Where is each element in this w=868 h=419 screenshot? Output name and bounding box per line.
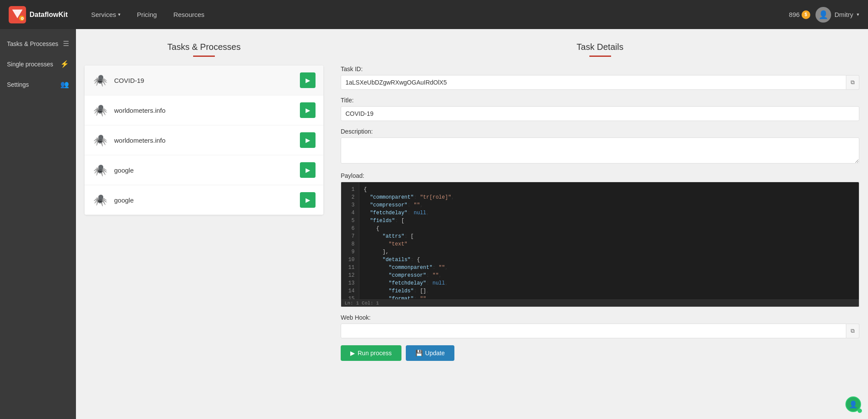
description-textarea[interactable] (341, 137, 859, 164)
details-panel-title: Task Details (341, 42, 859, 52)
chevron-down-icon: ▾ (857, 12, 859, 17)
task-item-worldometers1[interactable]: 🕷️ worldometers.info ▶ (85, 95, 323, 125)
sidebar-item-tasks[interactable]: Tasks & Processes ☰ (0, 33, 76, 54)
main-content: Tasks & Processes 🕷️ COVID-19 ▶ 🕷️ world… (76, 29, 868, 419)
details-panel-underline (589, 56, 611, 57)
user-menu[interactable]: 👤 Dmitry ▾ (815, 7, 859, 23)
task-name: worldometers.info (114, 137, 300, 144)
run-task-worldometers2-button[interactable]: ▶ (300, 132, 316, 148)
sidebar-tasks-label: Tasks & Processes (7, 40, 58, 47)
nav-services[interactable]: Services ▾ (85, 7, 127, 22)
code-content: 12345 678910 1112131415 1617181920 2122 … (341, 182, 859, 299)
spider-icon: 🕷️ (92, 72, 108, 88)
logo-text: DataflowKit (30, 11, 68, 19)
task-name: worldometers.info (114, 107, 300, 114)
task-item-google2[interactable]: 🕷️ google ▶ (85, 185, 323, 215)
run-task-google1-button[interactable]: ▶ (300, 162, 316, 178)
sidebar-settings-label: Settings (7, 81, 29, 88)
task-name: google (114, 196, 300, 204)
chevron-down-icon: ▾ (118, 12, 121, 17)
task-item-google1[interactable]: 🕷️ google ▶ (85, 155, 323, 185)
task-id-group: Task ID: ⧉ (341, 65, 859, 90)
sidebar-single-label: Single processes (7, 61, 53, 68)
credits-display: 896 $ (789, 10, 810, 19)
tasks-panel-underline (193, 56, 215, 57)
spider-icon: 🕷️ (92, 132, 108, 148)
avatar: 👤 (815, 7, 831, 23)
nav-right: 896 $ 👤 Dmitry ▾ (789, 7, 859, 23)
payload-editor[interactable]: 12345 678910 1112131415 1617181920 2122 … (341, 182, 859, 307)
webhook-row: ⧉ (341, 324, 859, 338)
sidebar-item-single-processes[interactable]: Single processes ⚡ (0, 54, 76, 74)
task-item-worldometers2[interactable]: 🕷️ worldometers.info ▶ (85, 125, 323, 155)
logo-icon: ⚙ (9, 6, 26, 23)
copy-webhook-button[interactable]: ⧉ (846, 324, 859, 338)
payload-group: Payload: 12345 678910 1112131415 1617181… (341, 172, 859, 307)
task-id-row: ⧉ (341, 75, 859, 90)
action-buttons: ▶ Run process 💾 Update (341, 345, 859, 361)
line-numbers: 12345 678910 1112131415 1617181920 2122 (341, 182, 359, 299)
task-id-label: Task ID: (341, 65, 859, 72)
update-button[interactable]: 💾 Update (406, 345, 454, 361)
webhook-label: Web Hook: (341, 314, 859, 321)
play-icon: ▶ (350, 350, 355, 357)
run-task-google2-button[interactable]: ▶ (300, 192, 316, 208)
webhook-group: Web Hook: ⧉ (341, 314, 859, 338)
nav-resources[interactable]: Resources (167, 7, 210, 22)
code-text[interactable]: { "commonparent": "tr[role]", "compresso… (359, 182, 859, 299)
webhook-input[interactable] (341, 324, 846, 338)
svg-text:⚙: ⚙ (20, 16, 24, 21)
run-task-worldometers1-button[interactable]: ▶ (300, 102, 316, 118)
task-list: 🕷️ COVID-19 ▶ 🕷️ worldometers.info ▶ 🕷️ … (85, 65, 323, 215)
task-id-input[interactable] (341, 75, 846, 90)
bolt-icon: ⚡ (60, 60, 69, 68)
nav-links: Services ▾ Pricing Resources (85, 7, 789, 22)
save-icon: 💾 (415, 350, 423, 357)
spider-icon: 🕷️ (92, 102, 108, 118)
title-label: Title: (341, 97, 859, 104)
copy-task-id-button[interactable]: ⧉ (846, 75, 859, 90)
details-panel: Task Details Task ID: ⧉ Title: Descrip (332, 29, 868, 419)
run-process-button[interactable]: ▶ Run process (341, 345, 401, 361)
title-input[interactable] (341, 106, 859, 121)
nav-pricing[interactable]: Pricing (131, 7, 163, 22)
code-status: Ln: 1 Col: 1 (341, 299, 859, 307)
title-group: Title: (341, 97, 859, 121)
logo-area[interactable]: ⚙ DataflowKit (9, 6, 68, 23)
run-task-covid19-button[interactable]: ▶ (300, 72, 316, 88)
tasks-panel: Tasks & Processes 🕷️ COVID-19 ▶ 🕷️ world… (76, 29, 332, 419)
spider-icon: 🕷️ (92, 192, 108, 208)
coin-icon: $ (802, 10, 810, 19)
task-name: google (114, 167, 300, 174)
sidebar: Tasks & Processes ☰ Single processes ⚡ S… (0, 29, 76, 419)
sidebar-item-settings[interactable]: Settings 👥 (0, 74, 76, 95)
copy-icon: ⧉ (851, 79, 855, 85)
task-name: COVID-19 (114, 77, 300, 84)
list-icon: ☰ (63, 39, 69, 48)
gear-users-icon: 👥 (60, 80, 69, 88)
online-status-dot (858, 409, 862, 413)
payload-label: Payload: (341, 172, 859, 179)
spider-icon: 🕷️ (92, 162, 108, 178)
task-item-covid19[interactable]: 🕷️ COVID-19 ▶ (85, 65, 323, 95)
tasks-panel-title: Tasks & Processes (85, 42, 323, 52)
copy-icon: ⧉ (851, 327, 855, 334)
top-navigation: ⚙ DataflowKit Services ▾ Pricing Resourc… (0, 0, 868, 29)
description-label: Description: (341, 128, 859, 135)
description-group: Description: (341, 128, 859, 165)
